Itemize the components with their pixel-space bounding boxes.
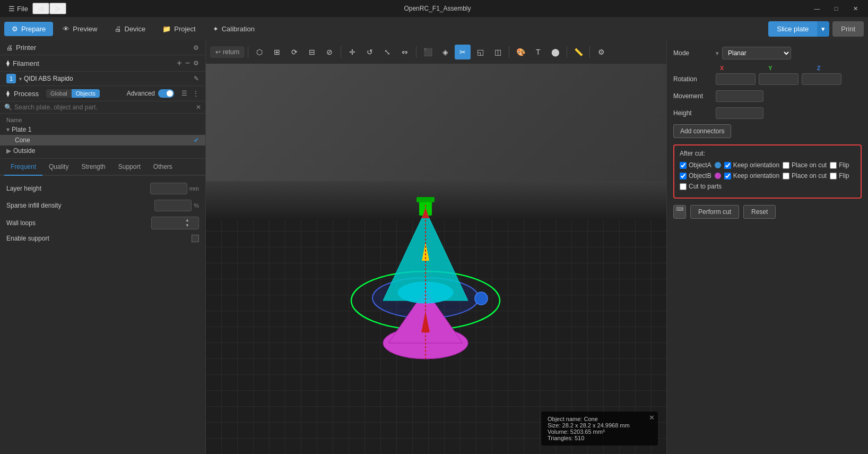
rotation-x-input[interactable]: 0.00	[716, 73, 756, 85]
sparse-infill-input[interactable]: 15	[154, 200, 192, 211]
tool-seam[interactable]: ◈	[437, 45, 453, 59]
perform-cut-button[interactable]: Perform cut	[690, 205, 739, 219]
reset-button[interactable]: Reset	[743, 205, 776, 219]
tab-device[interactable]: 🖨 Device	[107, 22, 153, 36]
wall-loops-input[interactable]: 4	[152, 218, 184, 228]
tab-support[interactable]: Support	[112, 159, 147, 176]
filament-settings-icon[interactable]: ⚙	[193, 59, 199, 67]
tool-text[interactable]: T	[530, 45, 546, 59]
wall-loops-up[interactable]: ▲	[185, 218, 189, 223]
objectA-checkbox[interactable]	[680, 162, 687, 169]
tool-assembly[interactable]: ⚙	[593, 45, 609, 59]
tab-preview[interactable]: 👁 Preview	[55, 22, 105, 36]
device-icon: 🖨	[115, 25, 121, 33]
tool-auto[interactable]: ⟳	[287, 45, 302, 59]
maximize-button[interactable]: □	[828, 3, 845, 14]
return-button[interactable]: ↩ return	[210, 46, 245, 58]
cut-to-parts-text: Cut to parts	[689, 183, 722, 190]
tab-calibration-label: Calibration	[222, 25, 255, 33]
filament-edit-icon[interactable]: ✎	[194, 75, 199, 82]
add-connectors-button[interactable]: Add connectors	[673, 124, 731, 138]
tool-view1[interactable]: ◱	[472, 45, 488, 59]
flip-b-label: Flip	[830, 172, 849, 179]
tree-outside[interactable]: ▶ Outside	[0, 145, 205, 156]
advanced-switch[interactable]	[158, 89, 174, 98]
rotation-row: Rotation 0.00 0.00 0.00	[673, 73, 862, 85]
tool-support[interactable]: ⬛	[420, 45, 436, 59]
svg-point-7	[475, 292, 488, 305]
nav-back-button[interactable]: ◁	[32, 3, 49, 14]
flip-a-text: Flip	[839, 161, 849, 169]
menu-button[interactable]: ☰ File	[4, 5, 32, 13]
search-clear-icon[interactable]: ✕	[196, 104, 201, 111]
tab-quality[interactable]: Quality	[42, 159, 75, 176]
obj-name: Object name: Cone	[548, 416, 652, 422]
tool-measure[interactable]: 📏	[570, 45, 586, 59]
keep-orientation-a-checkbox[interactable]	[724, 162, 731, 169]
search-input[interactable]	[14, 104, 194, 111]
enable-support-checkbox[interactable]	[192, 235, 199, 242]
tab-calibration[interactable]: ✦ Calibration	[205, 22, 262, 36]
toggle-objects-button[interactable]: Objects	[72, 89, 100, 98]
wall-loops-down[interactable]: ▼	[185, 223, 189, 228]
height-row: Height 12.50	[673, 107, 862, 119]
filament-remove-icon[interactable]: −	[185, 58, 190, 68]
tool-layer[interactable]: ⊟	[304, 45, 320, 59]
tool-scale[interactable]: ⤡	[379, 45, 395, 59]
slice-plate-button[interactable]: Slice plate	[768, 21, 817, 37]
mode-select[interactable]: Planar	[722, 47, 791, 59]
z-axis-label: Z	[817, 65, 821, 71]
filament-icon: ⧫	[6, 59, 10, 67]
cone-check-icon: ✔	[194, 136, 199, 144]
tab-frequent[interactable]: Frequent	[4, 159, 42, 176]
nav-forward-button[interactable]: ▷	[49, 3, 66, 14]
objectB-checkbox[interactable]	[680, 173, 687, 179]
tool-move[interactable]: ✛	[344, 45, 360, 59]
tool-view2[interactable]: ◫	[490, 45, 506, 59]
keep-orientation-b-checkbox[interactable]	[724, 173, 731, 179]
tree-cone[interactable]: Cone ✔	[0, 135, 205, 145]
printer-settings-icon[interactable]: ⚙	[193, 44, 199, 52]
place-on-cut-b-checkbox[interactable]	[783, 173, 789, 179]
tool-rotate[interactable]: ↺	[362, 45, 378, 59]
tool-mirror[interactable]: ⇔	[397, 45, 413, 59]
tool-orient[interactable]: ⬡	[251, 45, 267, 59]
after-cut-title: After cut:	[680, 150, 855, 157]
filament-add-icon[interactable]: +	[177, 58, 181, 68]
movement-input[interactable]: 0.00	[716, 90, 763, 102]
outside-label: Outside	[13, 147, 35, 155]
flip-b-checkbox[interactable]	[830, 173, 837, 179]
tab-project[interactable]: 📁 Project	[155, 22, 203, 36]
tree-plate1[interactable]: ▾ Plate 1	[0, 124, 205, 135]
filament-selector[interactable]: ▾ QIDI ABS Rapido	[19, 75, 190, 82]
place-on-cut-a-label: Place on cut	[783, 161, 827, 169]
flip-a-checkbox[interactable]	[830, 162, 837, 169]
toolbar-sep-6	[589, 46, 590, 58]
rotation-y-input[interactable]: 0.00	[759, 73, 798, 85]
place-on-cut-a-checkbox[interactable]	[783, 162, 789, 169]
close-button[interactable]: ✕	[847, 3, 864, 14]
tool-grid[interactable]: ⊞	[269, 45, 285, 59]
process-more-icon[interactable]: ⋮	[193, 90, 199, 97]
layer-height-input[interactable]: 0.1	[150, 183, 187, 194]
minimize-button[interactable]: —	[809, 3, 826, 14]
height-input[interactable]: 12.50	[716, 107, 763, 119]
rotation-z-input[interactable]: 0.00	[802, 73, 841, 85]
print-button[interactable]: Print	[832, 21, 864, 37]
tool-emboss[interactable]: ⬤	[548, 45, 563, 59]
tool-color[interactable]: 🎨	[513, 45, 528, 59]
tab-others[interactable]: Others	[147, 159, 179, 176]
printer-label: Printer	[16, 44, 193, 52]
obj-info-close[interactable]: ✕	[649, 414, 655, 422]
tool-cut[interactable]: ⊘	[322, 45, 337, 59]
wall-loops-stepper[interactable]: 4 ▲ ▼	[151, 217, 199, 229]
flip-b-text: Flip	[839, 172, 849, 179]
tab-strength[interactable]: Strength	[75, 159, 111, 176]
cut-to-parts-checkbox[interactable]	[680, 183, 687, 190]
after-cut-box: After cut: ObjectA Keep orientation Plac…	[673, 144, 862, 199]
process-list-icon[interactable]: ☰	[181, 90, 187, 97]
slice-dropdown-button[interactable]: ▾	[817, 21, 829, 37]
tab-prepare[interactable]: ⚙ Prepare	[4, 22, 53, 36]
toggle-global-button[interactable]: Global	[46, 89, 72, 98]
tool-cut2[interactable]: ✂	[455, 45, 471, 59]
